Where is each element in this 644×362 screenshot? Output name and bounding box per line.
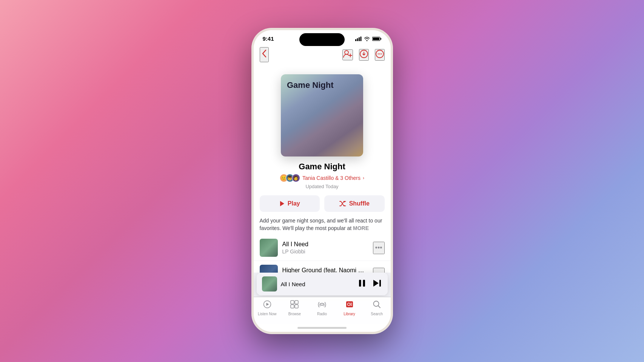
playlist-title: Game Night: [299, 162, 345, 172]
now-playing-title: All I Need: [281, 281, 354, 287]
svg-rect-0: [355, 39, 356, 41]
main-content: Game Night Game Night 😊 👦 👩 Tania Castil…: [254, 67, 391, 273]
tab-radio[interactable]: Radio: [308, 300, 336, 316]
artwork-section: Game Night Game Night 😊 👦 👩 Tania Castil…: [254, 67, 391, 189]
svg-rect-20: [291, 301, 294, 304]
svg-rect-21: [295, 301, 298, 304]
svg-point-7: [345, 51, 348, 54]
song-title-1: All I Need: [282, 241, 368, 248]
contributors-row: 😊 👦 👩 Tania Castillo & 3 Others ›: [280, 174, 364, 182]
browse-label: Browse: [288, 312, 301, 316]
library-icon: [345, 300, 354, 311]
notch: [299, 33, 345, 46]
more-link[interactable]: MORE: [353, 225, 369, 231]
play-label: Play: [288, 200, 300, 207]
tab-bar: Listen Now Browse: [254, 297, 391, 324]
svg-point-13: [379, 53, 380, 54]
status-time: 9:41: [263, 35, 274, 42]
header-nav: [254, 44, 391, 67]
browse-icon: [290, 300, 299, 311]
svg-rect-3: [360, 37, 361, 41]
song-art-2: [260, 265, 278, 273]
library-label: Library: [344, 312, 355, 316]
svg-rect-2: [359, 37, 360, 41]
song-list: All I Need LP Giobbi ••• Higher Ground (…: [254, 235, 391, 273]
wifi-icon: [364, 37, 370, 41]
search-label: Search: [371, 312, 383, 316]
status-icons: [355, 37, 382, 41]
contributors-link[interactable]: Tania Castillo & 3 Others: [302, 175, 361, 181]
battery-icon: [372, 37, 382, 41]
updated-text: Updated Today: [305, 184, 338, 189]
signal-icon: [355, 37, 362, 41]
description-text: Add your game night songs, and we'll all…: [254, 212, 391, 235]
song-info-1: All I Need LP Giobbi: [282, 241, 368, 255]
song-title-2: Higher Ground (feat. Naomi Wild): [282, 267, 368, 273]
pause-button[interactable]: [357, 278, 367, 290]
artwork-title-text: Game Night: [287, 80, 333, 90]
more-options-button[interactable]: [375, 49, 385, 61]
listen-now-icon: [263, 300, 271, 311]
song-item-1[interactable]: All I Need LP Giobbi •••: [254, 235, 391, 261]
now-playing-art: [262, 276, 277, 291]
svg-line-31: [378, 306, 381, 308]
shuffle-button[interactable]: Shuffle: [324, 195, 385, 212]
phone-frame: 9:41: [251, 28, 393, 334]
shuffle-label: Shuffle: [349, 200, 370, 207]
tab-browse[interactable]: Browse: [281, 300, 308, 316]
radio-icon: [318, 300, 326, 311]
contributor-avatars: 😊 👦 👩: [280, 174, 300, 182]
now-playing-bar[interactable]: All I Need: [257, 273, 388, 295]
song-more-1[interactable]: •••: [373, 242, 385, 254]
song-item-2[interactable]: Higher Ground (feat. Naomi Wild) ODESZA …: [254, 261, 391, 273]
now-playing-controls: [357, 278, 382, 290]
svg-point-14: [381, 53, 382, 54]
header-actions: [342, 49, 385, 61]
listen-now-label: Listen Now: [258, 312, 276, 316]
song-art-1: [260, 239, 278, 257]
play-shuffle-row: Play Shuffle: [254, 189, 391, 212]
svg-rect-23: [295, 305, 298, 308]
song-more-2[interactable]: •••: [373, 268, 385, 273]
svg-rect-16: [363, 280, 365, 287]
avatar-3: 👩: [292, 174, 300, 182]
svg-rect-15: [359, 280, 361, 287]
back-button[interactable]: [260, 47, 269, 62]
chevron-right-icon: ›: [363, 175, 364, 181]
tab-listen-now[interactable]: Listen Now: [254, 300, 281, 316]
phone-screen: 9:41: [254, 30, 391, 332]
radio-label: Radio: [317, 312, 327, 316]
svg-rect-6: [373, 37, 379, 40]
tab-library[interactable]: Library: [336, 300, 363, 316]
download-button[interactable]: [359, 49, 369, 61]
svg-rect-5: [381, 38, 381, 40]
svg-point-12: [377, 53, 379, 54]
playlist-artwork: Game Night: [281, 74, 363, 156]
svg-marker-19: [266, 303, 269, 306]
home-indicator: [254, 324, 391, 332]
svg-point-24: [321, 303, 323, 305]
skip-forward-button[interactable]: [372, 278, 382, 290]
svg-rect-17: [379, 280, 381, 287]
song-artist-1: LP Giobbi: [282, 248, 368, 255]
svg-rect-22: [291, 305, 294, 308]
song-info-2: Higher Ground (feat. Naomi Wild) ODESZA: [282, 267, 368, 273]
tab-search[interactable]: Search: [363, 300, 391, 316]
search-icon: [373, 300, 381, 311]
svg-rect-1: [357, 38, 358, 41]
home-bar: [297, 327, 347, 329]
add-person-button[interactable]: [342, 49, 353, 60]
play-button[interactable]: Play: [260, 195, 320, 212]
